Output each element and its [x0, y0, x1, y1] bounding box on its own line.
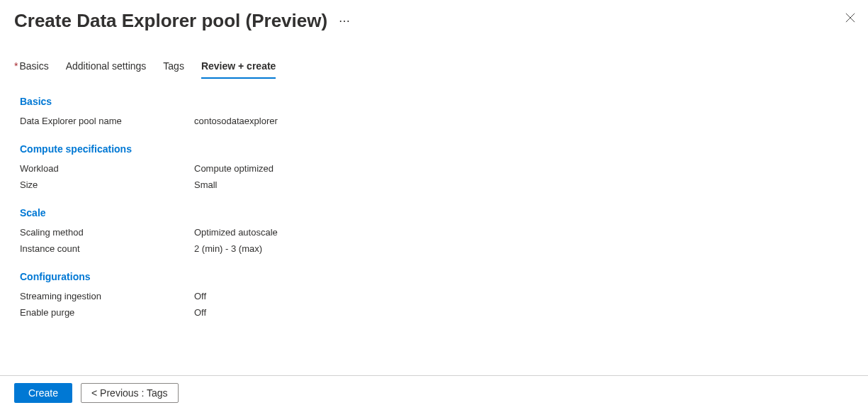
value-size: Small: [194, 179, 218, 190]
more-icon[interactable]: ⋯: [339, 14, 350, 28]
row-enable-purge: Enable purge Off: [20, 307, 848, 318]
value-instance-count: 2 (min) - 3 (max): [194, 243, 262, 254]
section-basics: Basics Data Explorer pool name contosoda…: [20, 96, 848, 126]
row-pool-name: Data Explorer pool name contosodataexplo…: [20, 116, 848, 126]
tab-basics[interactable]: *Basics: [14, 60, 49, 79]
label-workload: Workload: [20, 163, 194, 174]
label-pool-name: Data Explorer pool name: [20, 116, 194, 126]
section-title-basics: Basics: [20, 96, 848, 107]
row-workload: Workload Compute optimized: [20, 163, 848, 174]
value-scaling-method: Optimized autoscale: [194, 227, 278, 238]
section-title-compute: Compute specifications: [20, 143, 848, 155]
tab-bar: *Basics Additional settings Tags Review …: [0, 39, 868, 79]
footer-bar: Create < Previous : Tags: [0, 375, 868, 410]
row-streaming-ingestion: Streaming ingestion Off: [20, 291, 848, 301]
close-button[interactable]: [845, 13, 855, 25]
close-icon: [845, 13, 855, 23]
section-compute: Compute specifications Workload Compute …: [20, 143, 848, 190]
label-size: Size: [20, 179, 194, 190]
row-size: Size Small: [20, 179, 848, 190]
tab-additional-settings[interactable]: Additional settings: [66, 60, 147, 79]
tab-tags[interactable]: Tags: [163, 60, 184, 79]
tab-review-create[interactable]: Review + create: [201, 60, 276, 79]
previous-button[interactable]: < Previous : Tags: [81, 383, 179, 403]
section-title-scale: Scale: [20, 207, 848, 218]
value-streaming-ingestion: Off: [194, 291, 206, 301]
section-scale: Scale Scaling method Optimized autoscale…: [20, 207, 848, 254]
value-pool-name: contosodataexplorer: [194, 116, 278, 126]
row-scaling-method: Scaling method Optimized autoscale: [20, 227, 848, 238]
required-asterisk: *: [14, 60, 18, 72]
label-scaling-method: Scaling method: [20, 227, 194, 238]
label-instance-count: Instance count: [20, 243, 194, 254]
create-button[interactable]: Create: [14, 383, 72, 403]
section-title-configurations: Configurations: [20, 271, 848, 282]
content-area: Basics Data Explorer pool name contosoda…: [0, 79, 868, 375]
page-header: Create Data Explorer pool (Preview) ⋯: [0, 0, 868, 39]
value-enable-purge: Off: [194, 307, 206, 318]
label-streaming-ingestion: Streaming ingestion: [20, 291, 194, 301]
value-workload: Compute optimized: [194, 163, 274, 174]
label-enable-purge: Enable purge: [20, 307, 194, 318]
page-title: Create Data Explorer pool (Preview): [14, 10, 327, 32]
section-configurations: Configurations Streaming ingestion Off E…: [20, 271, 848, 318]
row-instance-count: Instance count 2 (min) - 3 (max): [20, 243, 848, 254]
